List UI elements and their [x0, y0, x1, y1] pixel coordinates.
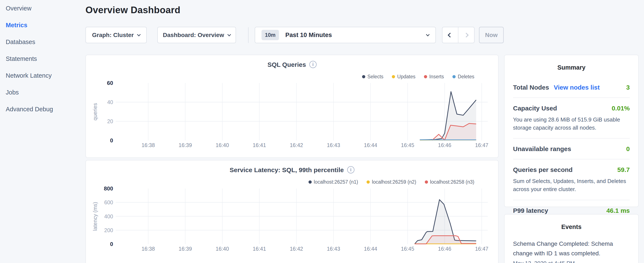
dashboard-dropdown-label: Dashboard: Overview: [163, 32, 224, 39]
svg-text:queries: queries: [92, 103, 98, 120]
svg-text:16:43: 16:43: [327, 246, 340, 252]
event-message: Schema Change Completed: Schema change w…: [513, 239, 630, 258]
summary-row-unavailable-ranges: Unavailable ranges 0: [513, 139, 630, 159]
svg-text:16:46: 16:46: [438, 246, 451, 252]
svg-text:200: 200: [104, 227, 113, 233]
stat-description: Sum of Selects, Updates, Inserts, and De…: [513, 177, 630, 193]
time-range-label: Past 10 Minutes: [285, 32, 332, 39]
svg-text:16:38: 16:38: [142, 246, 155, 252]
sidebar-item-statements[interactable]: Statements: [0, 51, 86, 67]
dashboard-dropdown[interactable]: Dashboard: Overview: [157, 27, 236, 43]
stat-description: You are using 28.6 MiB of 515.9 GiB usab…: [513, 116, 630, 132]
svg-text:0: 0: [110, 241, 113, 247]
graph-scope-dropdown-label: Graph: Cluster: [92, 32, 134, 39]
stat-value: 3: [626, 84, 630, 91]
chevron-down-icon: [426, 33, 430, 36]
graph-scope-dropdown[interactable]: Graph: Cluster: [86, 27, 147, 43]
svg-text:latency (ms): latency (ms): [92, 202, 98, 231]
now-button[interactable]: Now: [479, 27, 504, 43]
chevron-left-icon: [448, 33, 453, 38]
time-range-badge: 10m: [262, 30, 279, 40]
svg-text:600: 600: [104, 199, 113, 205]
svg-text:16:43: 16:43: [327, 142, 340, 148]
stat-value: 46.1 ms: [606, 207, 630, 214]
summary-title: Summary: [513, 64, 630, 71]
svg-text:16:45: 16:45: [401, 142, 414, 148]
event-timestamp: May 13, 2020 at 4:45 PM: [513, 260, 630, 263]
stat-label: Total Nodes: [513, 84, 549, 91]
svg-text:16:45: 16:45: [401, 246, 414, 252]
svg-text:16:47: 16:47: [475, 142, 488, 148]
controls-divider: [248, 27, 248, 43]
sidebar-item-advanced-debug[interactable]: Advanced Debug: [0, 101, 86, 118]
events-title: Events: [513, 223, 630, 230]
svg-text:16:40: 16:40: [216, 142, 229, 148]
svg-text:40: 40: [107, 99, 113, 105]
sidebar-item-metrics[interactable]: Metrics: [0, 17, 86, 34]
events-panel: Events Schema Change Completed: Schema c…: [504, 214, 639, 263]
svg-text:16:40: 16:40: [216, 246, 229, 252]
summary-row-queries-per-second: Queries per second 59.7 Sum of Selects, …: [513, 159, 630, 200]
svg-text:16:38: 16:38: [142, 142, 155, 148]
now-button-label: Now: [485, 32, 498, 39]
svg-text:16:42: 16:42: [290, 142, 303, 148]
sql-queries-plot[interactable]: 16:3816:3916:4016:4116:4216:4316:4416:45…: [86, 55, 498, 157]
stat-value: 59.7: [618, 166, 630, 173]
sidebar-item-network-latency[interactable]: Network Latency: [0, 67, 86, 84]
stat-label: P99 latency: [513, 207, 548, 214]
view-nodes-list-link[interactable]: View nodes list: [554, 84, 600, 91]
svg-text:16:47: 16:47: [475, 246, 488, 252]
svg-text:16:39: 16:39: [178, 246, 192, 252]
sidebar-item-overview[interactable]: Overview: [0, 0, 86, 17]
summary-panel: Summary Total Nodes View nodes list 3 Ca…: [504, 55, 639, 207]
time-pager: [442, 27, 474, 43]
svg-text:400: 400: [104, 213, 113, 219]
sidebar-item-jobs[interactable]: Jobs: [0, 84, 86, 101]
service-latency-plot[interactable]: 16:3816:3916:4016:4116:4216:4316:4416:45…: [86, 160, 498, 263]
svg-text:0: 0: [110, 137, 113, 144]
svg-text:16:44: 16:44: [364, 246, 378, 252]
svg-text:16:46: 16:46: [438, 142, 451, 148]
svg-text:16:41: 16:41: [253, 246, 266, 252]
svg-text:20: 20: [107, 118, 113, 124]
stat-label: Queries per second: [513, 166, 572, 173]
time-range-dropdown[interactable]: 10m Past 10 Minutes: [255, 27, 436, 43]
stat-value: 0: [626, 145, 630, 153]
chevron-right-icon: [464, 33, 468, 38]
svg-text:800: 800: [104, 185, 113, 192]
svg-text:16:39: 16:39: [178, 142, 192, 148]
svg-text:16:41: 16:41: [253, 142, 266, 148]
page-title: Overview Dashboard: [86, 5, 180, 15]
stat-label: Capacity Used: [513, 105, 557, 112]
summary-row-capacity-used: Capacity Used 0.01% You are using 28.6 M…: [513, 98, 630, 139]
sql-queries-chart-card: SQL Queriesi Selects Updates Inserts Del…: [86, 55, 498, 158]
time-next-button[interactable]: [458, 27, 474, 43]
stat-label: Unavailable ranges: [513, 145, 571, 153]
svg-text:16:44: 16:44: [364, 142, 378, 148]
chevron-down-icon: [137, 33, 141, 36]
sidebar-item-databases[interactable]: Databases: [0, 34, 86, 51]
svg-text:16:42: 16:42: [290, 246, 303, 252]
summary-row-total-nodes: Total Nodes View nodes list 3: [513, 77, 630, 98]
sidebar: Overview Metrics Databases Statements Ne…: [0, 0, 86, 263]
stat-value: 0.01%: [612, 105, 630, 112]
chevron-down-icon: [227, 33, 231, 36]
service-latency-chart-card: Service Latency: SQL, 99th percentilei l…: [86, 160, 498, 263]
svg-text:60: 60: [107, 80, 113, 86]
time-prev-button[interactable]: [442, 27, 458, 43]
